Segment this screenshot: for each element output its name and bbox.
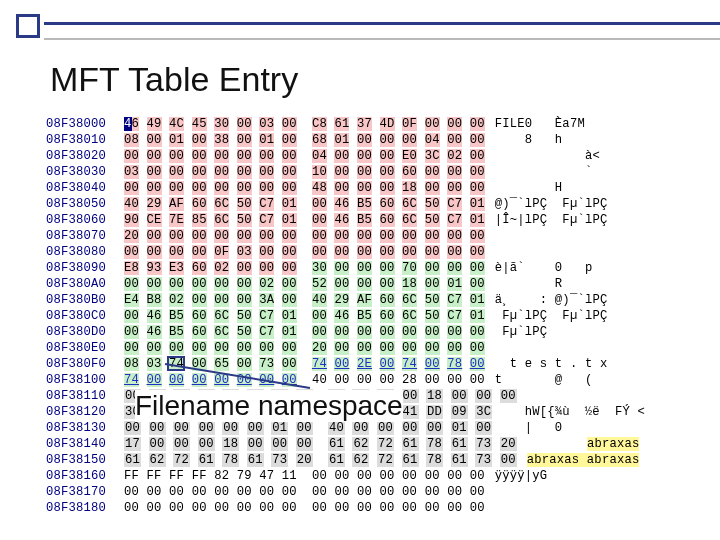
hex-row: 08F38140 17 00 00 00 18 00 00 00 61 62 7… <box>46 436 688 452</box>
offset: 08F38150 <box>46 452 124 468</box>
hex-bytes: 00 00 00 00 00 00 00 00 00 00 00 00 00 0… <box>124 500 485 516</box>
hex-bytes: E4 B8 02 00 00 00 3A 00 40 29 AF 60 6C 5… <box>124 292 485 308</box>
ascii: è|ã` 0 p <box>495 260 593 276</box>
hex-row: 08F38170 00 00 00 00 00 00 00 00 00 00 0… <box>46 484 688 500</box>
hex-row: 08F38160 FF FF FF FF 82 79 47 11 00 00 0… <box>46 468 688 484</box>
hex-row: 08F380A0 00 00 00 00 00 00 02 00 52 00 0… <box>46 276 688 292</box>
hex-bytes: FF FF FF FF 82 79 47 11 00 00 00 00 00 0… <box>124 468 485 484</box>
page-title: MFT Table Entry <box>50 60 298 99</box>
ascii: t @ ( <box>495 372 593 388</box>
offset: 08F38050 <box>46 196 124 212</box>
offset: 08F38120 <box>46 404 124 420</box>
ascii: | 0 <box>525 420 563 436</box>
hex-bytes: E8 93 E3 60 02 00 00 00 30 00 00 00 70 0… <box>124 260 485 276</box>
hex-row: 08F380B0 E4 B8 02 00 00 00 3A 00 40 29 A… <box>46 292 688 308</box>
offset: 08F38110 <box>46 388 124 404</box>
hex-row: 08F38100 74 00 00 00 00 00 00 00 40 00 0… <box>46 372 688 388</box>
offset: 08F38090 <box>46 260 124 276</box>
offset: 08F38080 <box>46 244 124 260</box>
hex-row: 08F38050 40 29 AF 60 6C 50 C7 01 00 46 B… <box>46 196 688 212</box>
offset: 08F380D0 <box>46 324 124 340</box>
offset: 08F38010 <box>46 132 124 148</box>
offset: 08F38040 <box>46 180 124 196</box>
ascii: ä¸ : @)¯`lPÇ <box>495 292 608 308</box>
ascii: abraxas <box>527 436 640 452</box>
hex-row: 08F38080 00 00 00 00 0F 03 00 00 00 00 0… <box>46 244 688 260</box>
hex-bytes: 00 00 00 00 00 00 02 00 52 00 00 00 18 0… <box>124 276 485 292</box>
ascii: Fµ`lPÇ Fµ`lPÇ <box>495 308 608 324</box>
offset: 08F380B0 <box>46 292 124 308</box>
hex-bytes: 46 49 4C 45 30 00 03 00 C8 61 37 4D 0F 0… <box>124 116 485 132</box>
offset: 08F38100 <box>46 372 124 388</box>
hex-dump: 08F38000 46 49 4C 45 30 00 03 00 C8 61 3… <box>46 116 688 516</box>
hex-row: 08F38150 61 62 72 61 78 61 73 20 61 62 7… <box>46 452 688 468</box>
hex-row: 08F380C0 00 46 B5 60 6C 50 C7 01 00 46 B… <box>46 308 688 324</box>
ascii: @)¯`lPÇ Fµ`lPÇ <box>495 196 608 212</box>
ascii: t e s t . t x <box>495 356 608 372</box>
offset: 08F38130 <box>46 420 124 436</box>
hex-bytes: 00 00 00 00 0F 03 00 00 00 00 00 00 00 0… <box>124 244 485 260</box>
offset: 08F380F0 <box>46 356 124 372</box>
hex-bytes: 00 00 00 00 00 00 00 00 00 00 00 00 00 0… <box>124 484 485 500</box>
hex-row: 08F38090 E8 93 E3 60 02 00 00 00 30 00 0… <box>46 260 688 276</box>
offset: 08F380A0 <box>46 276 124 292</box>
hex-bytes: 00 46 B5 60 6C 50 C7 01 00 46 B5 60 6C 5… <box>124 308 485 324</box>
offset: 08F38070 <box>46 228 124 244</box>
hex-bytes: 03 00 00 00 00 00 00 00 10 00 00 00 60 0… <box>124 164 485 180</box>
hex-bytes: 08 03 74 00 65 00 73 00 74 00 2E 00 74 0… <box>124 356 485 372</box>
hex-bytes: 17 00 00 00 18 00 00 00 61 62 72 61 78 6… <box>124 436 517 452</box>
hex-bytes: 90 CE 7E 85 6C 50 C7 01 00 46 B5 60 6C 5… <box>124 212 485 228</box>
hex-bytes: 61 62 72 61 78 61 73 20 61 62 72 61 78 6… <box>124 452 517 468</box>
ascii: ` <box>495 164 593 180</box>
offset: 08F380C0 <box>46 308 124 324</box>
ascii: hW[{¾ù ½ë FÝ < <box>525 404 645 420</box>
hex-bytes: 00 46 B5 60 6C 50 C7 01 00 00 00 00 00 0… <box>124 324 485 340</box>
hex-bytes: 00 00 00 00 00 00 01 00 40 00 00 00 00 0… <box>124 420 515 436</box>
hex-bytes: 00 00 00 00 00 00 00 00 20 00 00 00 00 0… <box>124 340 485 356</box>
slide-rule-bottom <box>44 38 720 40</box>
offset: 08F38160 <box>46 468 124 484</box>
hex-bytes: 00 00 00 00 00 00 00 00 48 00 00 00 18 0… <box>124 180 485 196</box>
slide-bullet-icon <box>16 14 40 38</box>
hex-bytes: 20 00 00 00 00 00 00 00 00 00 00 00 00 0… <box>124 228 485 244</box>
ascii: R <box>495 276 563 292</box>
slide-rule-top <box>44 22 720 25</box>
hex-row: 08F380D0 00 46 B5 60 6C 50 C7 01 00 00 0… <box>46 324 688 340</box>
hex-row: 08F38040 00 00 00 00 00 00 00 00 48 00 0… <box>46 180 688 196</box>
offset: 08F38030 <box>46 164 124 180</box>
ascii: Fµ`lPÇ <box>495 324 548 340</box>
ascii: à< <box>495 148 600 164</box>
ascii: FILE0 Èa7M <box>495 116 585 132</box>
ascii: abraxas abraxas <box>527 452 640 468</box>
hex-row: 08F38070 20 00 00 00 00 00 00 00 00 00 0… <box>46 228 688 244</box>
offset: 08F38140 <box>46 436 124 452</box>
hex-row: 08F380F0 08 03 74 00 65 00 73 00 74 00 2… <box>46 356 688 372</box>
hex-row: 08F38020 00 00 00 00 00 00 00 00 04 00 0… <box>46 148 688 164</box>
offset: 08F380E0 <box>46 340 124 356</box>
ascii: 8 h <box>495 132 563 148</box>
offset: 08F38180 <box>46 500 124 516</box>
ascii: H <box>495 180 563 196</box>
callout-label: Filename namespace <box>135 390 403 422</box>
hex-row: 08F380E0 00 00 00 00 00 00 00 00 20 00 0… <box>46 340 688 356</box>
offset: 08F38020 <box>46 148 124 164</box>
hex-bytes: 74 00 00 00 00 00 00 00 40 00 00 00 28 0… <box>124 372 485 388</box>
hex-row: 08F38010 08 00 01 00 38 00 01 00 68 01 0… <box>46 132 688 148</box>
hex-row: 08F38130 00 00 00 00 00 00 01 00 40 00 0… <box>46 420 688 436</box>
ascii: ÿÿÿÿ|yG <box>495 468 548 484</box>
hex-row: 08F38060 90 CE 7E 85 6C 50 C7 01 00 46 B… <box>46 212 688 228</box>
offset: 08F38060 <box>46 212 124 228</box>
offset: 08F38000 <box>46 116 124 132</box>
hex-bytes: 40 29 AF 60 6C 50 C7 01 00 46 B5 60 6C 5… <box>124 196 485 212</box>
hex-row: 08F38180 00 00 00 00 00 00 00 00 00 00 0… <box>46 500 688 516</box>
ascii: |Î~|lPÇ Fµ`lPÇ <box>495 212 608 228</box>
hex-bytes: 08 00 01 00 38 00 01 00 68 01 00 00 00 0… <box>124 132 485 148</box>
hex-row: 08F38000 46 49 4C 45 30 00 03 00 C8 61 3… <box>46 116 688 132</box>
hex-row: 08F38030 03 00 00 00 00 00 00 00 10 00 0… <box>46 164 688 180</box>
hex-bytes: 00 00 00 00 00 00 00 00 04 00 00 00 E0 3… <box>124 148 485 164</box>
offset: 08F38170 <box>46 484 124 500</box>
